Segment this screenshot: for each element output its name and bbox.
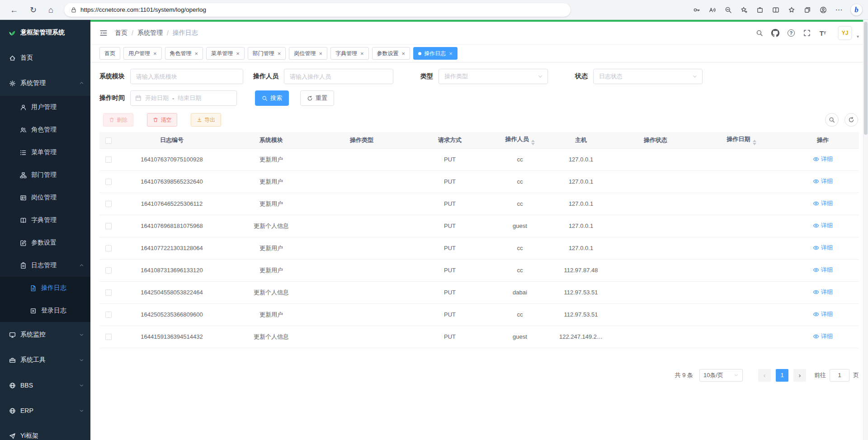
browser-back-icon[interactable]: ← <box>10 6 18 14</box>
delete-button[interactable]: 删除 <box>103 113 133 127</box>
tab-close-icon[interactable]: × <box>402 51 406 57</box>
row-checkbox[interactable] <box>105 267 112 274</box>
row-checkbox[interactable] <box>105 179 112 185</box>
page-scrollbar[interactable] <box>863 20 868 440</box>
type-select[interactable]: 操作类型 <box>439 69 548 84</box>
bing-icon[interactable]: b <box>850 4 863 16</box>
page-size-select[interactable]: 10条/页 <box>699 369 743 382</box>
sidebar-item-bbs[interactable]: BBS <box>0 373 90 398</box>
search-icon[interactable] <box>755 29 764 37</box>
tab-dept-mgmt[interactable]: 部门管理× <box>248 47 286 60</box>
sidebar-item-monitor[interactable]: 系统监控 <box>0 322 90 347</box>
collections-icon[interactable] <box>803 5 812 14</box>
browser-home-icon[interactable]: ⌂ <box>48 6 53 14</box>
date-range-picker[interactable]: 开始日期 - 结束日期 <box>130 90 237 106</box>
extensions-icon[interactable] <box>755 5 764 14</box>
read-aloud-icon[interactable] <box>708 5 717 14</box>
sidebar-item-user-mgmt[interactable]: 用户管理 <box>0 96 90 118</box>
sort-icon[interactable] <box>753 140 756 145</box>
breadcrumb-home[interactable]: 首页 <box>115 29 127 37</box>
tab-dict-mgmt[interactable]: 字典管理× <box>330 47 369 60</box>
sidebar-item-erp[interactable]: ERP <box>0 398 90 423</box>
row-checkbox[interactable] <box>105 156 112 163</box>
sidebar-item-home[interactable]: 首页 <box>0 45 90 71</box>
tab-post-mgmt[interactable]: 岗位管理× <box>289 47 327 60</box>
font-size-icon[interactable]: TT <box>819 29 827 37</box>
detail-link[interactable]: 详细 <box>813 288 833 296</box>
tab-close-icon[interactable]: × <box>153 51 157 57</box>
prev-page-button[interactable]: ‹ <box>758 369 771 382</box>
sidebar-item-param-settings[interactable]: 参数设置 <box>0 232 90 254</box>
detail-link[interactable]: 详细 <box>813 222 833 230</box>
address-bar[interactable]: https://ccnetcore.com:1101/system/log/op… <box>64 3 571 17</box>
detail-link[interactable]: 详细 <box>813 266 833 274</box>
row-checkbox[interactable] <box>105 201 112 207</box>
goto-page-input[interactable] <box>830 369 849 382</box>
sidebar-item-loginlog[interactable]: 登录日志 <box>0 299 90 322</box>
password-key-icon[interactable] <box>692 5 701 14</box>
tab-operlog[interactable]: 操作日志× <box>413 47 458 60</box>
sidebar-item-dept-mgmt[interactable]: 部门管理 <box>0 164 90 186</box>
row-checkbox[interactable] <box>105 245 112 251</box>
scrollbar-thumb[interactable] <box>864 22 868 135</box>
help-icon[interactable]: ? <box>787 29 795 37</box>
sidebar-item-role-mgmt[interactable]: 角色管理 <box>0 118 90 141</box>
github-icon[interactable] <box>771 29 779 37</box>
tab-close-icon[interactable]: × <box>195 51 198 57</box>
sidebar-item-log-mgmt[interactable]: 日志管理 <box>0 254 90 277</box>
row-checkbox[interactable] <box>105 334 112 340</box>
next-page-button[interactable]: › <box>793 369 806 382</box>
detail-link[interactable]: 详细 <box>813 199 833 208</box>
tab-role-mgmt[interactable]: 角色管理× <box>165 47 203 60</box>
row-checkbox[interactable] <box>105 289 112 296</box>
col-date[interactable]: 操作日期 <box>696 132 787 148</box>
tab-user-mgmt[interactable]: 用户管理× <box>123 47 162 60</box>
toggle-search-button[interactable] <box>825 113 839 127</box>
tab-menu-mgmt[interactable]: 菜单管理× <box>206 47 245 60</box>
sidebar-item-system-mgmt[interactable]: 系统管理 <box>0 71 90 96</box>
user-avatar[interactable]: YJ <box>838 26 852 40</box>
row-checkbox[interactable] <box>105 312 112 318</box>
settings-menu-icon[interactable]: ⋯ <box>835 5 844 14</box>
reset-button[interactable]: 重置 <box>300 90 334 106</box>
sidebar-item-menu-mgmt[interactable]: 菜单管理 <box>0 141 90 164</box>
browser-refresh-icon[interactable]: ↻ <box>30 6 37 14</box>
collapse-menu-icon[interactable] <box>99 29 108 37</box>
favorites-bar-icon[interactable] <box>787 5 796 14</box>
detail-link[interactable]: 详细 <box>813 177 833 185</box>
col-operator[interactable]: 操作人员 <box>493 132 547 148</box>
tab-close-icon[interactable]: × <box>360 51 364 57</box>
tab-close-icon[interactable]: × <box>236 51 240 57</box>
sidebar-item-yi-framework[interactable]: Yi框架 <box>0 423 90 440</box>
profile-icon[interactable] <box>819 5 828 14</box>
select-all-checkbox[interactable] <box>105 137 112 144</box>
breadcrumb-system-mgmt[interactable]: 系统管理 <box>137 29 163 37</box>
detail-link[interactable]: 详细 <box>813 332 833 341</box>
detail-link[interactable]: 详细 <box>813 310 833 318</box>
sidebar-item-dict-mgmt[interactable]: 字典管理 <box>0 209 90 232</box>
sidebar-item-tools[interactable]: 系统工具 <box>0 347 90 373</box>
status-select[interactable]: 日志状态 <box>593 69 703 84</box>
split-screen-icon[interactable] <box>771 5 780 14</box>
sidebar-item-operlog[interactable]: 操作日志 <box>0 277 90 299</box>
operator-input[interactable] <box>284 69 393 84</box>
row-checkbox[interactable] <box>105 223 112 229</box>
export-button[interactable]: 导出 <box>191 113 221 127</box>
tab-close-icon[interactable]: × <box>449 51 453 57</box>
tab-close-icon[interactable]: × <box>319 51 322 57</box>
search-button[interactable]: 搜索 <box>255 90 289 106</box>
zoom-out-icon[interactable] <box>724 5 733 14</box>
clear-button[interactable]: 清空 <box>147 113 177 127</box>
tab-close-icon[interactable]: × <box>278 51 281 57</box>
module-input[interactable] <box>130 69 243 84</box>
page-number-current[interactable]: 1 <box>776 369 788 382</box>
sidebar-item-post-mgmt[interactable]: 岗位管理 <box>0 186 90 209</box>
detail-link[interactable]: 详细 <box>813 155 833 163</box>
add-favorite-icon[interactable] <box>740 5 749 14</box>
fullscreen-icon[interactable] <box>803 29 811 37</box>
tab-param-settings[interactable]: 参数设置× <box>372 47 410 60</box>
refresh-table-button[interactable] <box>844 113 858 127</box>
detail-link[interactable]: 详细 <box>813 244 833 252</box>
tab-home[interactable]: 首页 <box>99 47 120 60</box>
sort-icon[interactable] <box>531 140 535 145</box>
